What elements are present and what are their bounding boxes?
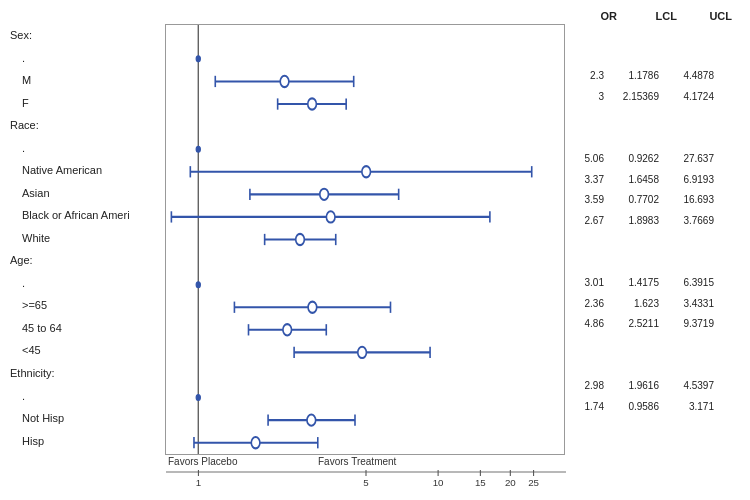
- svg-point-18: [320, 189, 329, 200]
- label-sex-dot: .: [10, 50, 165, 66]
- main-container: OR LCL UCL Sex: . M F Race: . Native Ame…: [0, 0, 750, 500]
- label-asian: Asian: [10, 185, 165, 201]
- svg-point-1: [196, 56, 200, 62]
- svg-point-39: [358, 347, 367, 358]
- svg-text:5: 5: [363, 478, 368, 488]
- labels-column: Sex: . M F Race: . Native American Asian…: [10, 24, 165, 490]
- label-ethnicity-dot: .: [10, 388, 165, 404]
- label-45to64: 45 to 64: [10, 320, 165, 336]
- svg-point-14: [362, 166, 371, 177]
- label-age-dot: .: [10, 275, 165, 291]
- label-white: White: [10, 230, 165, 246]
- label-age: Age:: [10, 252, 165, 268]
- svg-point-10: [196, 146, 200, 152]
- forest-plot-svg: [166, 25, 564, 454]
- label-black: Black or African Ameri: [10, 207, 165, 223]
- svg-point-22: [326, 211, 335, 222]
- svg-point-27: [196, 282, 200, 288]
- svg-text:20: 20: [505, 478, 516, 488]
- values-hisp: 1.74 0.9586 3.171: [569, 398, 740, 414]
- favors-treatment-label: Favors Treatment: [318, 456, 396, 467]
- chart-area: [165, 24, 565, 455]
- svg-point-9: [308, 98, 317, 109]
- values-ge65: 3.01 1.4175 6.3915: [569, 274, 740, 290]
- col-header-lcl: LCL: [617, 10, 677, 22]
- col-header-ucl: UCL: [677, 10, 732, 22]
- label-ge65: >=65: [10, 297, 165, 313]
- values-white: 2.67 1.8983 3.7669: [569, 212, 740, 228]
- values-f: 3 2.15369 4.1724: [569, 88, 740, 104]
- label-native-american: Native American: [10, 162, 165, 178]
- label-hisp: Hisp: [10, 433, 165, 449]
- values-column: 2.3 1.1786 4.4878 3 2.15369 4.1724: [565, 24, 740, 455]
- values-not-hisp: 2.98 1.9616 4.5397: [569, 378, 740, 394]
- values-asian: 3.37 1.6458 6.9193: [569, 171, 740, 187]
- values-45to64: 2.36 1.623 3.4331: [569, 295, 740, 311]
- label-sex: Sex:: [10, 27, 165, 43]
- xaxis-area: Favors Placebo Favors Treatment 1: [166, 455, 566, 490]
- svg-text:25: 25: [528, 478, 539, 488]
- label-m: M: [10, 72, 165, 88]
- svg-text:10: 10: [433, 478, 444, 488]
- col-header-or: OR: [567, 10, 617, 22]
- values-lt45: 4.86 2.5211 9.3719: [569, 316, 740, 332]
- svg-point-35: [283, 324, 292, 335]
- svg-point-5: [280, 76, 289, 87]
- svg-text:15: 15: [475, 478, 486, 488]
- svg-point-26: [296, 234, 305, 245]
- favors-placebo-label: Favors Placebo: [168, 456, 237, 467]
- label-ethnicity: Ethnicity:: [10, 365, 165, 381]
- svg-point-48: [251, 437, 260, 448]
- svg-point-40: [196, 395, 200, 401]
- xaxis-svg: 1 5 10 15 20: [166, 470, 566, 490]
- label-f: F: [10, 95, 165, 111]
- label-not-hisp: Not Hisp: [10, 410, 165, 426]
- svg-text:1: 1: [196, 478, 201, 488]
- label-race: Race:: [10, 117, 165, 133]
- values-black: 3.59 0.7702 16.693: [569, 192, 740, 208]
- label-lt45: <45: [10, 342, 165, 358]
- label-race-dot: .: [10, 140, 165, 156]
- svg-point-31: [308, 302, 317, 313]
- values-native-american: 5.06 0.9262 27.637: [569, 150, 740, 166]
- svg-point-44: [307, 414, 316, 425]
- values-m: 2.3 1.1786 4.4878: [569, 68, 740, 84]
